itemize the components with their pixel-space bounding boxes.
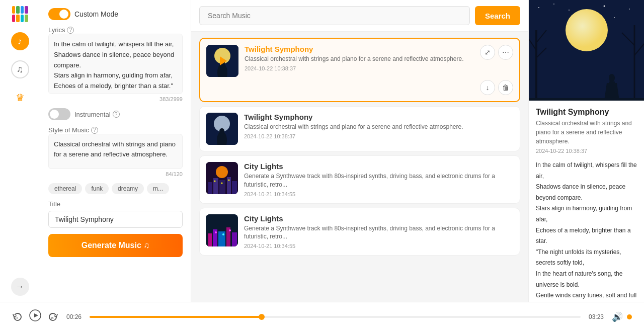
result-actions-1: ⤢ ⋯	[480, 45, 513, 60]
svg-point-17	[214, 181, 216, 182]
result-share-btn-1[interactable]: ⋯	[498, 45, 513, 60]
svg-text:15: 15	[51, 316, 54, 319]
tag-more[interactable]: m...	[147, 183, 169, 194]
svg-point-34	[629, 9, 630, 10]
sidebar-crown-icon[interactable]: ♛	[11, 89, 29, 107]
result-desc-3: Generate a Synthwave track with 80s-insp…	[244, 172, 514, 189]
sidebar-notes-icon[interactable]: ♫	[11, 60, 29, 78]
svg-point-36	[566, 9, 608, 51]
title-input[interactable]	[48, 211, 183, 228]
total-time: 03:23	[589, 313, 604, 320]
sidebar-music-icon[interactable]: ♪	[11, 32, 29, 50]
search-input[interactable]	[199, 6, 470, 25]
custom-mode-toggle[interactable]	[48, 8, 70, 20]
current-time: 00:26	[66, 313, 82, 320]
result-card-1[interactable]: Twilight Symphony Classical orchestral w…	[199, 38, 520, 102]
result-card-2[interactable]: Twilight Symphony Classical orchestral w…	[199, 106, 520, 151]
svg-point-32	[569, 10, 570, 11]
result-info-2: Twilight Symphony Classical orchestral w…	[244, 113, 514, 139]
right-info: Twilight Symphony Classical orchestral w…	[529, 101, 644, 302]
svg-rect-12	[208, 182, 212, 194]
generate-music-button[interactable]: Generate Music ♫	[48, 234, 183, 257]
svg-point-26	[215, 231, 217, 233]
instrumental-toggle[interactable]	[48, 108, 70, 120]
lyrics-info-icon: ?	[67, 27, 74, 34]
svg-point-9	[219, 128, 224, 133]
progress-thumb	[259, 314, 265, 320]
right-panel-lyrics: In the calm of twilight, whispers fill t…	[536, 160, 637, 302]
result-thumb-2	[206, 113, 238, 145]
svg-point-44	[609, 74, 615, 82]
result-title-2: Twilight Symphony	[244, 113, 514, 121]
bottom-player: 15 15 00:26 03:23 🔊	[0, 302, 644, 331]
play-overlay-1	[206, 45, 238, 77]
svg-marker-50	[34, 313, 38, 317]
svg-point-33	[604, 6, 605, 7]
svg-marker-46	[604, 83, 619, 101]
svg-point-28	[229, 229, 231, 231]
svg-rect-21	[208, 233, 212, 246]
volume-dot[interactable]	[627, 314, 632, 319]
result-title-3: City Lights	[244, 162, 514, 171]
result-date-1: 2024-10-22 10:38:37	[245, 65, 474, 71]
lyrics-section: Lyrics ? In the calm of twilight, whispe…	[48, 26, 183, 102]
progress-fill	[90, 316, 262, 318]
svg-point-19	[228, 180, 230, 181]
style-textarea[interactable]: Classical orchestral with strings and pi…	[48, 134, 183, 169]
tag-ethereal[interactable]: ethereal	[48, 183, 82, 194]
grid-logo-icon[interactable]	[12, 6, 28, 22]
svg-rect-16	[232, 181, 237, 194]
search-bar-row: Search	[191, 0, 528, 32]
instrumental-label: Instrumental ?	[74, 111, 120, 118]
sidebar-exit-icon[interactable]: →	[11, 278, 29, 296]
result-thumb-3	[206, 162, 238, 194]
volume-button[interactable]: 🔊	[612, 311, 623, 322]
progress-bar[interactable]	[90, 316, 581, 318]
result-desc-2: Classical orchestral with strings and pi…	[244, 123, 514, 131]
custom-mode-label: Custom Mode	[74, 10, 118, 18]
progress-bar-container[interactable]	[90, 316, 581, 318]
result-card-4[interactable]: City Lights Generate a Synthwave track w…	[199, 208, 520, 256]
album-art	[529, 0, 644, 101]
result-thumb-4	[206, 214, 238, 246]
forward-15-button[interactable]: 15	[47, 311, 58, 322]
search-button[interactable]: Search	[475, 6, 520, 25]
svg-point-18	[221, 183, 223, 184]
custom-mode-row: Custom Mode	[48, 8, 183, 20]
center-panel: Search	[191, 0, 528, 302]
result-title-1: Twilight Symphony	[245, 45, 474, 53]
play-pause-button[interactable]	[29, 309, 41, 324]
sidebar: ♪ ♫ ♛ →	[0, 0, 40, 302]
svg-point-35	[614, 17, 615, 18]
title-section: Title	[48, 200, 183, 228]
svg-rect-13	[213, 178, 218, 194]
lyrics-textarea[interactable]: In the calm of twilight, whispers fill t…	[48, 34, 183, 94]
svg-point-30	[538, 7, 539, 8]
player-controls: 15 15	[12, 309, 58, 324]
tag-dreamy[interactable]: dreamy	[112, 183, 144, 194]
result-expand-btn-1[interactable]: ⤢	[480, 45, 495, 60]
svg-point-27	[222, 233, 224, 235]
result-date-4: 2024-10-21 10:34:55	[244, 243, 514, 249]
result-info-3: City Lights Generate a Synthwave track w…	[244, 162, 514, 197]
lyrics-label: Lyrics ?	[48, 26, 183, 34]
svg-text:15: 15	[15, 316, 18, 319]
result-date-3: 2024-10-21 10:34:55	[244, 191, 514, 197]
svg-point-11	[216, 166, 228, 178]
result-download-btn-1[interactable]: ↓	[480, 80, 495, 95]
svg-rect-23	[218, 231, 225, 246]
style-section: Style of Music ? Classical orchestral wi…	[48, 126, 183, 177]
svg-rect-14	[219, 180, 225, 194]
right-panel-desc: Classical orchestral with strings and pi…	[536, 119, 637, 146]
replay-15-button[interactable]: 15	[12, 311, 23, 322]
volume-section: 🔊	[612, 311, 632, 322]
right-panel-date: 2024-10-22 10:38:37	[536, 148, 637, 154]
tag-funk[interactable]: funk	[85, 183, 109, 194]
result-info-1: Twilight Symphony Classical orchestral w…	[245, 45, 474, 71]
result-card-3[interactable]: City Lights Generate a Synthwave track w…	[199, 155, 520, 204]
title-label: Title	[48, 200, 183, 208]
result-delete-btn-1[interactable]: 🗑	[498, 80, 513, 95]
style-info-icon: ?	[91, 127, 98, 134]
result-title-4: City Lights	[244, 214, 514, 223]
result-thumb-1	[206, 45, 238, 77]
